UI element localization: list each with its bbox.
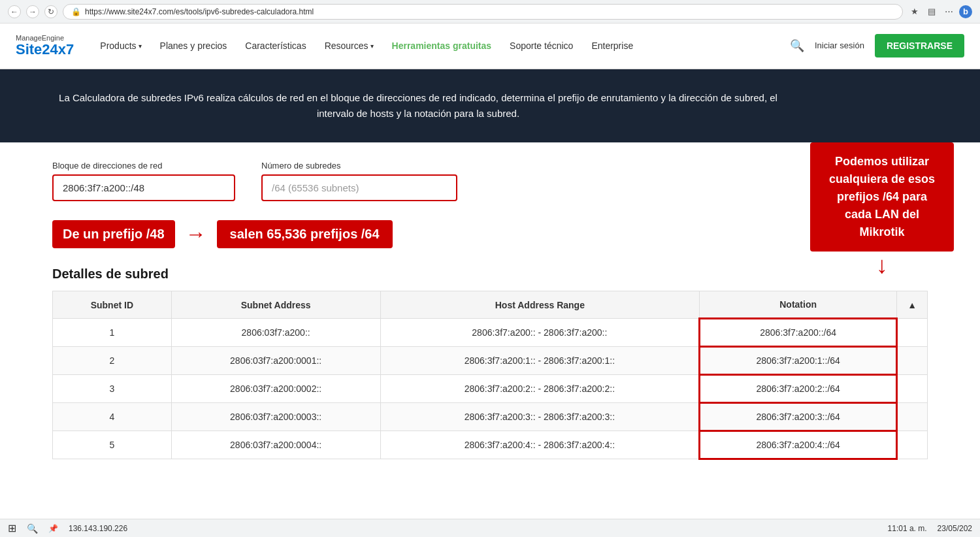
cell-subnet-id: 5 <box>53 431 172 459</box>
table-header: Subnet ID Subnet Address Host Address Ra… <box>53 291 928 319</box>
extensions-icon[interactable]: ▤ <box>925 5 938 18</box>
cell-host-range: 2806:3f7:a200:4:: - 2806:3f7:a200:4:: <box>380 431 700 459</box>
back-button[interactable]: ← <box>8 5 21 18</box>
field-group-2: Número de subredes <box>261 161 457 201</box>
cell-notation: 2806:3f7:a200:2::/64 <box>700 375 897 403</box>
lock-icon: 🔒 <box>71 7 81 16</box>
reload-button[interactable]: ↻ <box>44 5 57 18</box>
cell-subnet-id: 1 <box>53 319 172 347</box>
field-group-1: Bloque de direcciones de red <box>52 161 235 201</box>
subnet-table: Subnet ID Subnet Address Host Address Ra… <box>52 291 928 460</box>
cell-subnet-id: 4 <box>53 403 172 431</box>
chevron-down-icon-2: ▾ <box>370 42 374 50</box>
cell-notation: 2806:3f7:a200::/64 <box>700 319 897 347</box>
subnet-count-input[interactable] <box>261 174 457 201</box>
col-subnet-id: Subnet ID <box>53 291 172 319</box>
browser-icons: ★ ▤ ⋯ b <box>908 5 972 18</box>
register-button[interactable]: REGISTRARSE <box>875 34 964 57</box>
nav-soporte[interactable]: Soporte técnico <box>510 38 573 54</box>
cell-empty <box>897 319 928 347</box>
table-row: 42806:03f7:a200:0003::2806:3f7:a200:3:: … <box>53 403 928 431</box>
chevron-down-icon: ▾ <box>139 42 142 50</box>
cell-subnet-address: 2806:03f7:a200:0004:: <box>171 431 380 459</box>
table-row: 12806:03f7:a200::2806:3f7:a200:: - 2806:… <box>53 319 928 347</box>
input-section: Bloque de direcciones de red Número de s… <box>52 161 928 201</box>
cell-notation: 2806:3f7:a200:4::/64 <box>700 431 897 459</box>
forward-button[interactable]: → <box>26 5 39 18</box>
cell-notation: 2806:3f7:a200:3::/64 <box>700 403 897 431</box>
cell-empty <box>897 375 928 403</box>
cell-empty <box>897 403 928 431</box>
field-label-2: Número de subredes <box>261 161 457 171</box>
login-button[interactable]: Iniciar sesión <box>815 41 864 51</box>
cell-host-range: 2806:3f7:a200:1:: - 2806:3f7:a200:1:: <box>380 347 700 375</box>
navbar: ManageEngine Site24x7 Products ▾ Planes … <box>0 24 980 69</box>
nav-right: 🔍 Iniciar sesión REGISTRARSE <box>790 34 964 57</box>
col-notation: Notation <box>700 291 897 319</box>
field-label-1: Bloque de direcciones de red <box>52 161 235 171</box>
star-icon[interactable]: ★ <box>908 5 921 18</box>
cell-subnet-id: 2 <box>53 347 172 375</box>
table-row: 52806:03f7:a200:0004::2806:3f7:a200:4:: … <box>53 431 928 459</box>
nav-items: Products ▾ Planes y precios Característi… <box>100 38 769 54</box>
cell-subnet-id: 3 <box>53 375 172 403</box>
left-annotation-box: De un prefijo /48 <box>52 220 175 248</box>
network-block-input[interactable] <box>52 174 235 201</box>
nav-products[interactable]: Products ▾ <box>100 38 141 54</box>
down-arrow-icon: ↓ <box>810 252 954 279</box>
cell-subnet-address: 2806:03f7:a200:: <box>171 319 380 347</box>
url-text: https://www.site24x7.com/es/tools/ipv6-s… <box>85 7 314 16</box>
hero-text: La Calculadora de subredes IPv6 realiza … <box>52 90 784 122</box>
nav-planes[interactable]: Planes y precios <box>160 38 227 54</box>
col-subnet-address: Subnet Address <box>171 291 380 319</box>
table-body: 12806:03f7:a200::2806:3f7:a200:: - 2806:… <box>53 319 928 459</box>
profile-icon[interactable]: b <box>959 5 972 18</box>
table-row: 22806:03f7:a200:0001::2806:3f7:a200:1:: … <box>53 347 928 375</box>
annotation-row: De un prefijo /48 → salen 65,536 prefijo… <box>52 214 928 253</box>
cell-subnet-address: 2806:03f7:a200:0003:: <box>171 403 380 431</box>
search-icon[interactable]: 🔍 <box>790 39 804 53</box>
cell-empty <box>897 431 928 459</box>
section-title: Detalles de subred <box>52 267 928 282</box>
nav-resources[interactable]: Resources ▾ <box>325 38 374 54</box>
browser-bar: ← → ↻ 🔒 https://www.site24x7.com/es/tool… <box>0 0 980 24</box>
center-annotation-box: salen 65,536 prefijos /64 <box>217 220 393 248</box>
table-row: 32806:03f7:a200:0002::2806:3f7:a200:2:: … <box>53 375 928 403</box>
col-host-range: Host Address Range <box>380 291 700 319</box>
more-icon[interactable]: ⋯ <box>942 5 955 18</box>
nav-herramientas[interactable]: Herramientas gratuitas <box>392 38 492 54</box>
cell-notation: 2806:3f7:a200:1::/64 <box>700 347 897 375</box>
site24x7-text: Site24x7 <box>16 42 74 57</box>
cell-host-range: 2806:3f7:a200:2:: - 2806:3f7:a200:2:: <box>380 375 700 403</box>
cell-host-range: 2806:3f7:a200:3:: - 2806:3f7:a200:3:: <box>380 403 700 431</box>
subnet-table-wrapper: Subnet ID Subnet Address Host Address Ra… <box>52 291 928 460</box>
logo[interactable]: ManageEngine Site24x7 <box>16 34 74 57</box>
cell-subnet-address: 2806:03f7:a200:0001:: <box>171 347 380 375</box>
url-bar[interactable]: 🔒 https://www.site24x7.com/es/tools/ipv6… <box>63 4 903 20</box>
nav-caracteristicas[interactable]: Características <box>245 38 306 54</box>
cell-host-range: 2806:3f7:a200:: - 2806:3f7:a200:: <box>380 319 700 347</box>
cell-empty <box>897 347 928 375</box>
right-arrow-icon: → <box>186 222 206 246</box>
nav-enterprise[interactable]: Enterprise <box>591 38 633 54</box>
right-annotation-box: Podemos utilizar cualquiera de esos pref… <box>810 142 954 252</box>
hero-section: La Calculadora de subredes IPv6 realiza … <box>0 69 980 142</box>
col-scroll: ▲ <box>897 291 928 319</box>
cell-subnet-address: 2806:03f7:a200:0002:: <box>171 375 380 403</box>
